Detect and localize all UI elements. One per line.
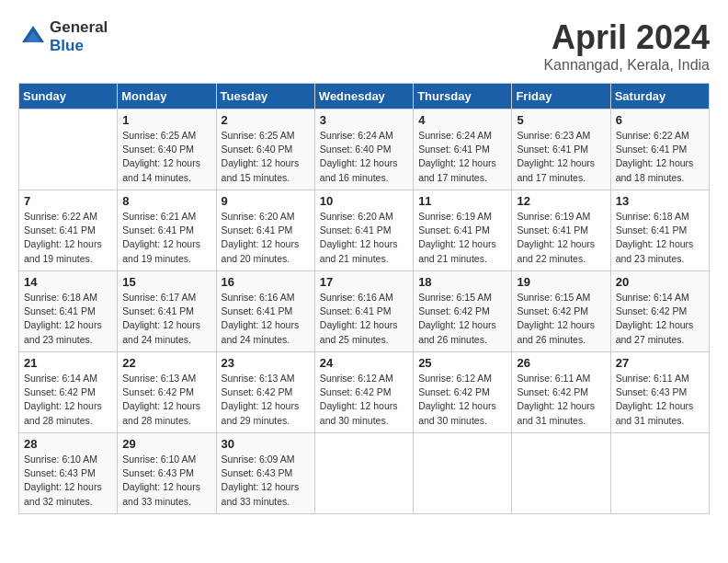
calendar-cell: 22Sunrise: 6:13 AMSunset: 6:42 PMDayligh… [118, 352, 216, 433]
calendar-cell: 15Sunrise: 6:17 AMSunset: 6:41 PMDayligh… [118, 271, 216, 352]
calendar-cell: 8Sunrise: 6:21 AMSunset: 6:41 PMDaylight… [118, 190, 216, 271]
day-info: Sunrise: 6:16 AMSunset: 6:41 PMDaylight:… [320, 291, 408, 347]
day-info: Sunrise: 6:23 AMSunset: 6:41 PMDaylight:… [517, 129, 605, 185]
day-info: Sunrise: 6:15 AMSunset: 6:42 PMDaylight:… [517, 291, 605, 347]
calendar-week-row: 28Sunrise: 6:10 AMSunset: 6:43 PMDayligh… [19, 433, 710, 514]
calendar-week-row: 7Sunrise: 6:22 AMSunset: 6:41 PMDaylight… [19, 190, 710, 271]
day-number: 10 [320, 194, 408, 208]
day-info: Sunrise: 6:25 AMSunset: 6:40 PMDaylight:… [122, 129, 210, 185]
day-number: 9 [222, 194, 310, 208]
day-number: 22 [122, 356, 210, 370]
calendar-cell: 26Sunrise: 6:11 AMSunset: 6:42 PMDayligh… [512, 352, 610, 433]
calendar-cell: 24Sunrise: 6:12 AMSunset: 6:42 PMDayligh… [314, 352, 413, 433]
day-info: Sunrise: 6:25 AMSunset: 6:40 PMDaylight:… [222, 129, 310, 185]
day-number: 12 [517, 194, 605, 208]
day-number: 24 [320, 356, 408, 370]
location-title: Kannangad, Kerala, India [543, 57, 710, 74]
day-number: 30 [222, 437, 310, 451]
day-info: Sunrise: 6:17 AMSunset: 6:41 PMDaylight:… [122, 291, 210, 347]
calendar-cell: 20Sunrise: 6:14 AMSunset: 6:42 PMDayligh… [610, 271, 709, 352]
day-info: Sunrise: 6:10 AMSunset: 6:43 PMDaylight:… [24, 453, 112, 509]
calendar-cell: 14Sunrise: 6:18 AMSunset: 6:41 PMDayligh… [19, 271, 118, 352]
day-info: Sunrise: 6:22 AMSunset: 6:41 PMDaylight:… [616, 129, 704, 185]
day-info: Sunrise: 6:24 AMSunset: 6:40 PMDaylight:… [320, 129, 408, 185]
calendar-cell: 21Sunrise: 6:14 AMSunset: 6:42 PMDayligh… [19, 352, 118, 433]
calendar-cell: 23Sunrise: 6:13 AMSunset: 6:42 PMDayligh… [216, 352, 314, 433]
day-info: Sunrise: 6:19 AMSunset: 6:41 PMDaylight:… [418, 210, 506, 266]
day-number: 17 [320, 275, 408, 289]
calendar-cell: 9Sunrise: 6:20 AMSunset: 6:41 PMDaylight… [216, 190, 314, 271]
calendar-cell [19, 109, 118, 190]
day-info: Sunrise: 6:21 AMSunset: 6:41 PMDaylight:… [122, 210, 210, 266]
day-number: 19 [517, 275, 605, 289]
calendar-cell: 16Sunrise: 6:16 AMSunset: 6:41 PMDayligh… [216, 271, 314, 352]
calendar-cell: 25Sunrise: 6:12 AMSunset: 6:42 PMDayligh… [414, 352, 512, 433]
header-sunday: Sunday [19, 84, 118, 109]
day-number: 11 [418, 194, 506, 208]
day-info: Sunrise: 6:22 AMSunset: 6:41 PMDaylight:… [24, 210, 112, 266]
day-info: Sunrise: 6:13 AMSunset: 6:42 PMDaylight:… [222, 372, 310, 428]
day-number: 2 [222, 113, 310, 127]
day-number: 3 [320, 113, 408, 127]
day-info: Sunrise: 6:13 AMSunset: 6:42 PMDaylight:… [122, 372, 210, 428]
day-info: Sunrise: 6:10 AMSunset: 6:43 PMDaylight:… [122, 453, 210, 509]
calendar-cell [610, 433, 709, 514]
page-header: General Blue April 2024 Kannangad, Keral… [18, 18, 710, 74]
day-number: 28 [24, 437, 112, 451]
day-info: Sunrise: 6:20 AMSunset: 6:41 PMDaylight:… [320, 210, 408, 266]
calendar-cell: 17Sunrise: 6:16 AMSunset: 6:41 PMDayligh… [314, 271, 413, 352]
day-info: Sunrise: 6:11 AMSunset: 6:42 PMDaylight:… [517, 372, 605, 428]
calendar-week-row: 1Sunrise: 6:25 AMSunset: 6:40 PMDaylight… [19, 109, 710, 190]
day-number: 27 [616, 356, 704, 370]
calendar-cell: 27Sunrise: 6:11 AMSunset: 6:43 PMDayligh… [610, 352, 709, 433]
logo-blue: Blue [50, 37, 84, 55]
day-number: 14 [24, 275, 112, 289]
calendar-cell [414, 433, 512, 514]
calendar-cell: 10Sunrise: 6:20 AMSunset: 6:41 PMDayligh… [314, 190, 413, 271]
day-info: Sunrise: 6:15 AMSunset: 6:42 PMDaylight:… [418, 291, 506, 347]
day-info: Sunrise: 6:18 AMSunset: 6:41 PMDaylight:… [616, 210, 704, 266]
day-info: Sunrise: 6:14 AMSunset: 6:42 PMDaylight:… [616, 291, 704, 347]
header-thursday: Thursday [414, 84, 512, 109]
logo: General Blue [18, 18, 108, 56]
day-number: 6 [616, 113, 704, 127]
day-info: Sunrise: 6:11 AMSunset: 6:43 PMDaylight:… [616, 372, 704, 428]
calendar-cell: 19Sunrise: 6:15 AMSunset: 6:42 PMDayligh… [512, 271, 610, 352]
logo-general: General [50, 18, 108, 37]
day-number: 23 [222, 356, 310, 370]
day-number: 29 [122, 437, 210, 451]
day-info: Sunrise: 6:18 AMSunset: 6:41 PMDaylight:… [24, 291, 112, 347]
calendar-cell: 2Sunrise: 6:25 AMSunset: 6:40 PMDaylight… [216, 109, 314, 190]
day-info: Sunrise: 6:19 AMSunset: 6:41 PMDaylight:… [517, 210, 605, 266]
calendar-cell: 4Sunrise: 6:24 AMSunset: 6:41 PMDaylight… [414, 109, 512, 190]
calendar-week-row: 21Sunrise: 6:14 AMSunset: 6:42 PMDayligh… [19, 352, 710, 433]
calendar-cell [314, 433, 413, 514]
day-number: 21 [24, 356, 112, 370]
calendar-cell: 3Sunrise: 6:24 AMSunset: 6:40 PMDaylight… [314, 109, 413, 190]
day-number: 13 [616, 194, 704, 208]
day-info: Sunrise: 6:12 AMSunset: 6:42 PMDaylight:… [320, 372, 408, 428]
calendar-cell: 29Sunrise: 6:10 AMSunset: 6:43 PMDayligh… [118, 433, 216, 514]
day-number: 26 [517, 356, 605, 370]
calendar-cell: 5Sunrise: 6:23 AMSunset: 6:41 PMDaylight… [512, 109, 610, 190]
day-number: 20 [616, 275, 704, 289]
day-info: Sunrise: 6:09 AMSunset: 6:43 PMDaylight:… [222, 453, 310, 509]
header-tuesday: Tuesday [216, 84, 314, 109]
calendar-cell: 18Sunrise: 6:15 AMSunset: 6:42 PMDayligh… [414, 271, 512, 352]
day-number: 16 [222, 275, 310, 289]
day-info: Sunrise: 6:16 AMSunset: 6:41 PMDaylight:… [222, 291, 310, 347]
day-number: 18 [418, 275, 506, 289]
calendar-cell: 1Sunrise: 6:25 AMSunset: 6:40 PMDaylight… [118, 109, 216, 190]
month-title: April 2024 [543, 18, 710, 57]
day-number: 7 [24, 194, 112, 208]
day-info: Sunrise: 6:20 AMSunset: 6:41 PMDaylight:… [222, 210, 310, 266]
calendar-cell: 6Sunrise: 6:22 AMSunset: 6:41 PMDaylight… [610, 109, 709, 190]
calendar-cell: 12Sunrise: 6:19 AMSunset: 6:41 PMDayligh… [512, 190, 610, 271]
day-number: 1 [122, 113, 210, 127]
day-number: 5 [517, 113, 605, 127]
day-number: 15 [122, 275, 210, 289]
calendar-cell [512, 433, 610, 514]
day-number: 4 [418, 113, 506, 127]
calendar-cell: 13Sunrise: 6:18 AMSunset: 6:41 PMDayligh… [610, 190, 709, 271]
calendar-week-row: 14Sunrise: 6:18 AMSunset: 6:41 PMDayligh… [19, 271, 710, 352]
